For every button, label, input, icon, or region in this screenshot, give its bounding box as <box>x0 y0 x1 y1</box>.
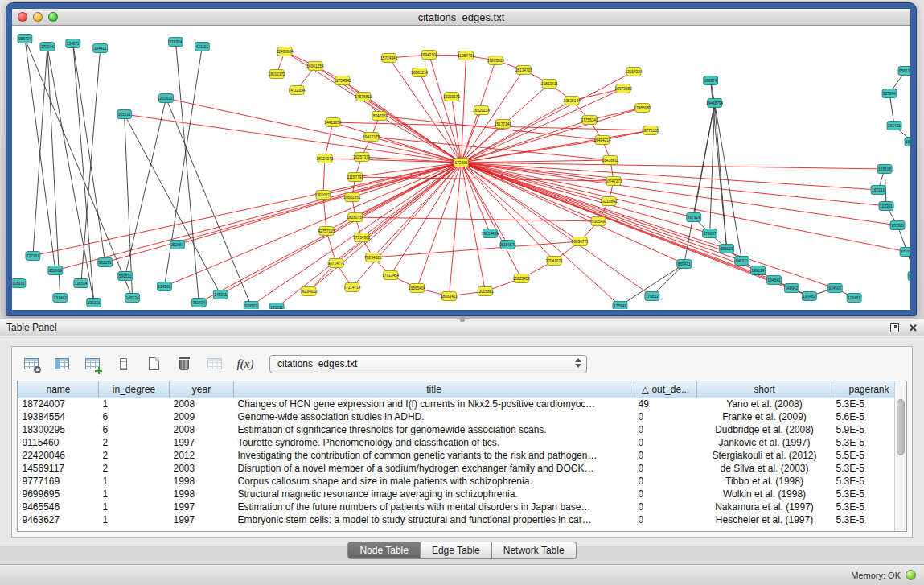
cell-name[interactable]: 9465546 <box>18 501 99 513</box>
table-row[interactable]: 977716911998Corpus callosum shape and si… <box>18 475 906 488</box>
network-selector-dropdown[interactable]: citations_edges.txt <box>269 355 587 373</box>
cell-out_de[interactable]: 0 <box>634 462 697 475</box>
import-table-button[interactable] <box>203 353 226 374</box>
cell-in_degree[interactable]: 6 <box>99 423 170 436</box>
cell-title[interactable]: Changes of HCN gene expression and I(f) … <box>234 398 634 410</box>
cell-year[interactable]: 2003 <box>170 462 234 475</box>
window-titlebar[interactable]: citations_edges.txt <box>12 9 910 26</box>
graph-node[interactable]: 90714771 <box>327 259 345 268</box>
memory-indicator-icon[interactable] <box>906 570 916 580</box>
graph-node[interactable]: 19565404 <box>409 284 426 293</box>
graph-node[interactable]: 18663421 <box>441 292 458 301</box>
graph-node[interactable]: 18134701 <box>515 66 533 75</box>
cell-title[interactable]: Corpus callosum shape and size in male p… <box>234 475 634 488</box>
graph-node[interactable]: 16061214 <box>411 68 429 77</box>
function-builder-button[interactable]: f(x) <box>234 353 257 374</box>
graph-node[interactable]: 166874 <box>704 76 718 85</box>
graph-node[interactable]: 161421 <box>887 122 901 130</box>
cell-out_de[interactable]: 0 <box>634 513 697 526</box>
graph-node[interactable]: 16943104 <box>421 51 438 60</box>
column-header-short[interactable]: short <box>697 381 832 398</box>
graph-node[interactable]: 252669 <box>48 266 63 275</box>
graph-node[interactable]: 17485083 <box>634 104 651 113</box>
graph-node[interactable]: 924501 <box>244 302 258 310</box>
cell-year[interactable]: 2008 <box>170 398 234 410</box>
graph-node[interactable]: 104411 <box>93 44 108 53</box>
cell-title[interactable]: Disruption of a novel member of a sodium… <box>234 462 634 475</box>
cell-in_degree[interactable]: 2 <box>99 436 170 449</box>
graph-node[interactable]: 193482 <box>802 292 816 301</box>
graph-node[interactable]: 120451 <box>847 294 861 303</box>
graph-node[interactable]: 19412175 <box>363 133 380 142</box>
cell-title[interactable]: Structural magnetic resonance image aver… <box>234 488 634 501</box>
graph-node[interactable]: 959131 <box>898 67 910 76</box>
table-row[interactable]: 969969511998Structural magnetic resonanc… <box>18 488 906 501</box>
table-row[interactable]: 1938455462009Genome-wide association stu… <box>18 410 906 423</box>
graph-node[interactable]: 15724341 <box>380 54 398 63</box>
graph-node[interactable]: 13010211 <box>315 191 332 200</box>
cell-short[interactable]: Dudbridge et al. (2008) <box>697 423 832 436</box>
graph-node[interactable]: 161441 <box>905 138 910 146</box>
cell-year[interactable]: 1997 <box>170 436 234 449</box>
graph-node[interactable]: 19448794 <box>706 99 724 108</box>
graph-node[interactable]: 816304 <box>168 38 183 47</box>
graph-node[interactable]: 181011 <box>269 303 284 310</box>
table-options-button[interactable] <box>20 353 43 374</box>
graph-node[interactable]: 16034771 <box>571 237 589 246</box>
network-window[interactable]: citations_edges.txt 17240622400684160612… <box>6 3 916 315</box>
graph-node[interactable]: 16865910 <box>487 56 505 65</box>
graph-node[interactable]: 201612 <box>159 94 174 103</box>
cell-title[interactable]: Embryonic stem cells: a model to study s… <box>234 513 634 526</box>
zoom-window-button[interactable] <box>48 12 58 22</box>
table-row[interactable]: 1872400712008Changes of HCN gene express… <box>18 398 906 410</box>
cell-out_de[interactable]: 0 <box>634 475 697 488</box>
graph-node[interactable]: 170305 <box>890 221 905 230</box>
graph-node[interactable]: 104541 <box>766 276 781 285</box>
cell-year[interactable]: 2008 <box>170 423 234 436</box>
splitter-handle-icon[interactable] <box>460 317 465 322</box>
graph-node[interactable]: 148942 <box>784 284 799 293</box>
cell-in_degree[interactable]: 1 <box>99 475 170 488</box>
table-row[interactable]: 946362711997Embryonic stem cells: a mode… <box>18 513 906 526</box>
cell-in_degree[interactable]: 1 <box>99 398 170 410</box>
graph-node[interactable]: 199124 <box>751 266 766 275</box>
cell-name[interactable]: 9777169 <box>18 475 99 488</box>
cell-in_degree[interactable]: 1 <box>99 488 170 501</box>
graph-node[interactable]: 21853411 <box>541 80 558 89</box>
table-row[interactable]: 946554611997Estimation of the future num… <box>18 501 906 513</box>
cell-name[interactable]: 18724007 <box>18 398 99 410</box>
cell-name[interactable]: 19384554 <box>18 410 99 423</box>
cell-in_degree[interactable]: 1 <box>99 501 170 513</box>
graph-node[interactable]: 172406 <box>454 159 469 167</box>
graph-node[interactable]: 20357371 <box>353 153 371 162</box>
cell-short[interactable]: Stergiakouli et al. (2012) <box>697 449 832 462</box>
column-header-title[interactable]: title <box>234 381 634 398</box>
cell-short[interactable]: Wolkin et al. (1998) <box>697 488 832 501</box>
graph-node[interactable]: 11157796 <box>347 173 364 182</box>
graph-node[interactable]: 252664 <box>170 241 184 249</box>
close-window-button[interactable] <box>18 12 27 22</box>
cell-short[interactable]: Nakamura et al. (1997) <box>697 501 832 513</box>
graph-node[interactable]: 671151 <box>900 248 910 257</box>
graph-node[interactable]: 19581851 <box>343 193 361 202</box>
graph-node[interactable]: 421101 <box>195 43 209 51</box>
delete-table-button[interactable] <box>173 353 195 374</box>
graph-node[interactable]: 17755141 <box>581 116 598 125</box>
graph-node[interactable]: 145124 <box>125 294 140 303</box>
cell-year[interactable]: 2012 <box>170 449 234 462</box>
graph-node[interactable]: 10747271 <box>605 177 622 186</box>
graph-node[interactable]: 859431 <box>677 260 692 269</box>
graph-node[interactable]: 11254431 <box>458 51 474 60</box>
graph-node[interactable]: 14112054 <box>289 86 306 95</box>
graph-node[interactable]: 12754341 <box>334 76 351 85</box>
graph-node[interactable]: 17576811 <box>355 93 372 101</box>
graph-node[interactable]: 136504 <box>74 279 88 288</box>
table-row[interactable]: 1830029562008Estimation of significance … <box>18 423 906 436</box>
table-row[interactable]: 911546021997Tourette syndrome. Phenomeno… <box>18 436 906 449</box>
graph-node[interactable]: 77114714 <box>343 283 360 292</box>
graph-node[interactable]: 988734 <box>18 35 32 43</box>
graph-node[interactable]: 15177141 <box>495 120 512 129</box>
graph-node[interactable]: 18416611 <box>602 156 619 165</box>
close-panel-icon[interactable]: ✕ <box>909 323 918 333</box>
cell-in_degree[interactable]: 6 <box>99 410 170 423</box>
